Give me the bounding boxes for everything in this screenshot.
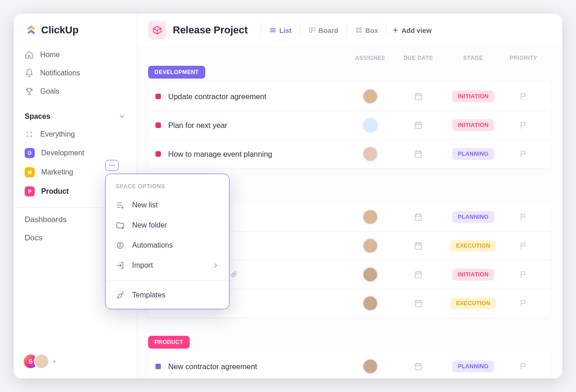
stage-cell[interactable]: INITIATION — [443, 119, 503, 131]
space-options-trigger[interactable]: ⋯ — [105, 160, 119, 171]
task-row[interactable]: Update contractor agreementINITIATION — [148, 82, 551, 111]
svg-rect-15 — [415, 94, 421, 100]
due-date-cell[interactable] — [393, 362, 443, 371]
menu-templates[interactable]: Templates — [106, 285, 229, 305]
stage-chip: INITIATION — [452, 90, 494, 102]
task-row[interactable]: Plan for next yearINITIATION — [148, 111, 551, 140]
calendar-icon — [414, 92, 423, 101]
stage-chip: PLANNING — [452, 211, 494, 223]
col-assignee: ASSIGNEE — [347, 55, 393, 61]
priority-cell[interactable] — [503, 92, 544, 101]
assignee-cell[interactable] — [347, 89, 393, 104]
brand-name: ClickUp — [41, 24, 79, 36]
attachment-icon — [230, 271, 237, 278]
status-dot-icon — [155, 151, 161, 157]
stage-cell[interactable]: EXECUTION — [443, 297, 503, 309]
task-title: Plan for next year — [168, 121, 227, 130]
due-date-cell[interactable] — [393, 149, 443, 159]
task-rows: Update contractor agreementINITIATIONPla… — [148, 82, 551, 168]
stage-cell[interactable]: PLANNING — [443, 148, 503, 160]
nav-home[interactable]: Home — [19, 46, 131, 64]
flag-icon — [519, 270, 528, 279]
space-options-popover: ⋯ SPACE OPTIONS New list New folder Auto… — [105, 164, 229, 309]
view-tab-list[interactable]: List — [263, 24, 298, 37]
due-date-cell[interactable] — [393, 299, 443, 308]
board-icon — [309, 26, 316, 34]
col-stage: STAGE — [443, 55, 503, 61]
svg-rect-8 — [313, 28, 315, 31]
plus-icon — [392, 27, 399, 33]
due-date-cell[interactable] — [393, 241, 443, 250]
app-window: ClickUp Home Notifications Goals Spaces … — [14, 14, 562, 378]
space-everything-label: Everything — [40, 130, 75, 138]
due-date-cell[interactable] — [393, 270, 443, 279]
svg-point-3 — [30, 135, 32, 137]
nav-goals[interactable]: Goals — [19, 82, 131, 101]
assignee-cell[interactable] — [347, 146, 393, 162]
stage-chip: INITIATION — [452, 269, 494, 281]
space-color-icon: D — [25, 148, 35, 158]
space-options-menu: SPACE OPTIONS New list New folder Automa… — [105, 174, 229, 309]
space-label: Product — [41, 187, 69, 196]
assignee-cell[interactable] — [347, 209, 393, 225]
due-date-cell[interactable] — [393, 121, 443, 130]
menu-import[interactable]: Import — [106, 255, 229, 275]
task-row[interactable]: New contractor agreementPLANNING — [148, 352, 551, 378]
priority-cell[interactable] — [503, 213, 544, 221]
priority-cell[interactable] — [503, 270, 544, 279]
new-list-icon — [116, 201, 125, 210]
menu-automations[interactable]: Automations — [106, 235, 229, 255]
add-view-button[interactable]: Add view — [392, 26, 432, 34]
svg-rect-7 — [309, 28, 312, 33]
menu-new-folder[interactable]: New folder — [106, 215, 229, 235]
calendar-icon — [414, 149, 423, 159]
group-chip[interactable]: DEVELOPMENT — [148, 66, 205, 79]
task-rows: New contractor agreementPLANNINGRefresh … — [148, 352, 551, 378]
clickup-logo-icon — [25, 24, 37, 37]
due-date-cell[interactable] — [393, 212, 443, 222]
task-title: Update contractor agreement — [168, 92, 267, 101]
priority-cell[interactable] — [503, 362, 544, 371]
view-tab-box[interactable]: Box — [349, 24, 384, 37]
flag-icon — [519, 150, 528, 158]
assignee-cell[interactable] — [347, 267, 393, 282]
svg-rect-11 — [356, 31, 358, 33]
stage-cell[interactable]: EXECUTION — [443, 240, 503, 252]
col-due: DUE DATE — [393, 55, 443, 61]
svg-rect-10 — [359, 27, 362, 30]
assignee-avatar — [363, 296, 378, 311]
calendar-icon — [414, 121, 423, 130]
assignee-avatar — [363, 238, 378, 254]
spaces-header[interactable]: Spaces — [14, 106, 137, 125]
assignee-cell[interactable] — [347, 359, 393, 374]
nav-notifications[interactable]: Notifications — [19, 64, 131, 82]
space-item-development[interactable]: DDevelopment — [14, 143, 137, 163]
home-icon — [25, 50, 34, 59]
view-tab-board[interactable]: Board — [302, 24, 345, 37]
calendar-icon — [414, 362, 423, 371]
due-date-cell[interactable] — [393, 92, 443, 101]
group-chip[interactable]: PRODUCT — [148, 336, 190, 349]
menu-new-list[interactable]: New list — [106, 195, 229, 215]
priority-cell[interactable] — [503, 242, 544, 250]
priority-cell[interactable] — [503, 150, 544, 158]
stage-cell[interactable]: PLANNING — [443, 211, 503, 223]
assignee-cell[interactable] — [347, 238, 393, 254]
priority-cell[interactable] — [503, 299, 544, 307]
assignee-cell[interactable] — [347, 117, 393, 133]
user-avatar-stack[interactable]: S ▼ — [23, 354, 57, 369]
assignee-avatar — [363, 359, 378, 374]
flag-icon — [519, 92, 528, 101]
stage-chip: PLANNING — [452, 148, 494, 160]
grid-dots-icon — [25, 130, 34, 139]
import-icon — [116, 261, 125, 270]
list-icon — [269, 26, 277, 34]
stage-cell[interactable]: INITIATION — [443, 90, 503, 102]
stage-chip: EXECUTION — [450, 297, 496, 309]
stage-cell[interactable]: PLANNING — [443, 360, 503, 372]
stage-cell[interactable]: INITIATION — [443, 269, 503, 281]
cube-icon — [152, 25, 162, 35]
assignee-cell[interactable] — [347, 296, 393, 311]
space-everything[interactable]: Everything — [14, 125, 137, 143]
priority-cell[interactable] — [503, 121, 544, 129]
